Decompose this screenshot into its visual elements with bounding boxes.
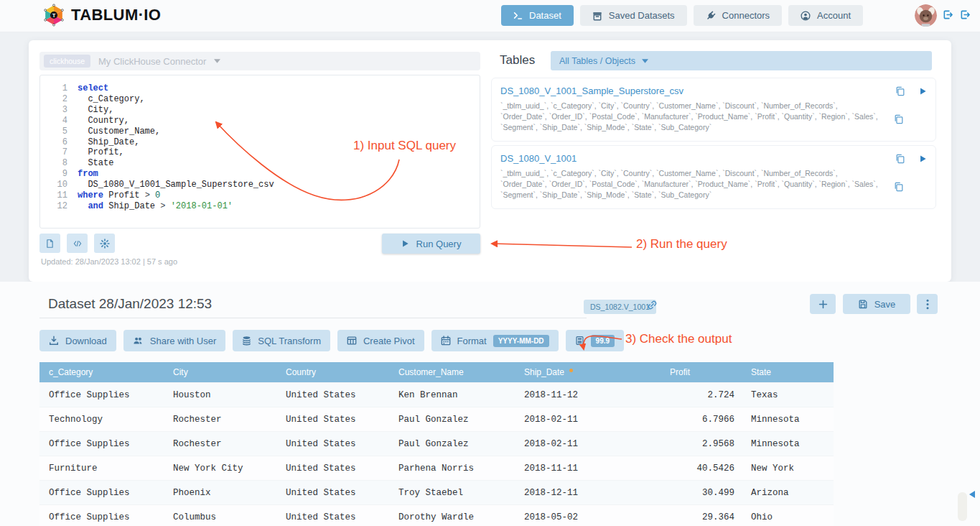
toolbar-create-pivot-button[interactable]: Create Pivot bbox=[337, 330, 424, 351]
table-cell: 2.724 bbox=[661, 383, 742, 407]
toolbar-number-format-button[interactable]: 99.9 bbox=[566, 330, 624, 351]
table-cell: Troy Staebel bbox=[389, 481, 515, 505]
dataset-title: Dataset 28/Jan/2023 12:53 bbox=[48, 296, 212, 312]
title-divider bbox=[39, 318, 587, 318]
table-cell: Office Supplies bbox=[39, 383, 164, 407]
brand-text: TABLUM·IO bbox=[71, 6, 161, 24]
account-icon bbox=[801, 11, 811, 21]
table-cell: 2018-05-02 bbox=[515, 505, 661, 526]
nav-items: DatasetSaved DatasetsConnectorsAccount bbox=[501, 5, 863, 26]
column-header-label: Country bbox=[286, 367, 316, 377]
copy-icon[interactable] bbox=[895, 154, 905, 164]
code-line: 9from bbox=[40, 169, 480, 180]
run-query-label: Run Query bbox=[416, 239, 462, 249]
table-cell: 40.5426 bbox=[661, 456, 742, 481]
code-format-button[interactable] bbox=[67, 234, 88, 253]
nav-item-label: Saved Datasets bbox=[609, 10, 675, 21]
new-document-button[interactable] bbox=[39, 234, 60, 253]
column-header-profit[interactable]: Profit bbox=[661, 362, 742, 383]
run-query-button[interactable]: Run Query bbox=[382, 234, 480, 254]
nav-item-connectors[interactable]: Connectors bbox=[694, 5, 782, 26]
table-cell: 2018-11-12 bbox=[515, 383, 661, 407]
connector-selector[interactable]: clickhouse My ClickHouse Connector bbox=[39, 52, 480, 70]
logout-icon[interactable] bbox=[943, 9, 953, 20]
toolbar-format-button[interactable]: FormatYYYY-MM-DD bbox=[431, 330, 559, 351]
add-dataset-button[interactable] bbox=[810, 294, 836, 314]
column-header-country[interactable]: Country bbox=[276, 362, 389, 383]
line-number: 1 bbox=[40, 83, 78, 94]
table-cell: United States bbox=[276, 383, 389, 407]
column-header-label: State bbox=[751, 367, 771, 377]
table-cell: Paul Gonzalez bbox=[389, 407, 515, 432]
nav-item-saved-datasets[interactable]: Saved Datasets bbox=[580, 5, 687, 26]
table-entry: DS_1080_V_1001_Sample_Superstore_csv`_tb… bbox=[491, 78, 936, 142]
code-text: select bbox=[78, 83, 108, 94]
column-header-label: Customer_Name bbox=[398, 367, 464, 377]
table-cell: New York City bbox=[164, 456, 276, 481]
line-number: 6 bbox=[40, 137, 78, 148]
table-name-link[interactable]: DS_1080_V_1001_Sample_Superstore_csv bbox=[500, 86, 683, 96]
toolbar-sql-transform-button[interactable]: SQL Transform bbox=[233, 330, 330, 351]
line-number: 4 bbox=[40, 116, 78, 126]
table-name-link[interactable]: DS_1080_V_1001 bbox=[500, 153, 577, 164]
table-row: TechnologyRochesterUnited StatesPaul Gon… bbox=[39, 407, 834, 432]
gear-icon bbox=[100, 239, 110, 249]
table-cell: 2018-11-11 bbox=[515, 456, 661, 481]
nav-item-account[interactable]: Account bbox=[788, 5, 863, 26]
table-row: Office SuppliesHoustonUnited StatesKen B… bbox=[39, 383, 834, 407]
calendar-icon bbox=[441, 336, 451, 346]
table-cell: Rochester bbox=[164, 432, 276, 456]
play-icon[interactable] bbox=[919, 87, 927, 96]
link-icon[interactable] bbox=[647, 300, 658, 310]
column-header-state[interactable]: State bbox=[742, 362, 834, 383]
dataset-id-badge: DS_1082.V_1001 bbox=[584, 300, 656, 314]
code-text: Profit, bbox=[78, 147, 124, 158]
column-header-label: City bbox=[173, 367, 188, 377]
table-cell: 6.7966 bbox=[661, 407, 742, 432]
code-line: 2 c_Category, bbox=[40, 94, 480, 105]
toolbar-download-button[interactable]: Download bbox=[39, 330, 116, 351]
table-cell: Technology bbox=[39, 407, 164, 432]
avatar[interactable] bbox=[915, 4, 937, 27]
settings-button[interactable] bbox=[94, 234, 115, 253]
table-cell: 2018-02-11 bbox=[515, 432, 661, 456]
column-header-city[interactable]: City bbox=[164, 362, 276, 383]
annotation-check-output: 3) Check the output bbox=[625, 332, 732, 346]
column-header-customer_name[interactable]: Customer_Name bbox=[389, 362, 515, 383]
brand[interactable]: T TABLUM·IO bbox=[42, 3, 161, 27]
sort-indicator-icon bbox=[569, 369, 573, 372]
nav-item-label: Account bbox=[817, 10, 851, 21]
nav-item-dataset[interactable]: Dataset bbox=[501, 5, 574, 26]
table-columns-block: `_tblm_uuid_`, `c_Category`, `City`, `Co… bbox=[500, 101, 927, 133]
table-columns-block: `_tblm_uuid_`, `c_Category`, `City`, `Co… bbox=[500, 168, 927, 200]
table-columns-list: `_tblm_uuid_`, `c_Category`, `City`, `Co… bbox=[500, 168, 885, 200]
tables-filter-dropdown[interactable]: All Tables / Objects bbox=[551, 51, 932, 70]
table-cell: 2018-02-11 bbox=[515, 407, 661, 432]
horizontal-scrollbar-thumb[interactable] bbox=[958, 492, 967, 521]
save-icon bbox=[858, 299, 868, 309]
save-button[interactable]: Save bbox=[843, 294, 910, 314]
line-number: 2 bbox=[40, 94, 78, 105]
toolbar-button-badge: YYYY-MM-DD bbox=[493, 335, 549, 347]
column-header-c_category[interactable]: c_Category bbox=[39, 362, 164, 383]
play-icon[interactable] bbox=[919, 154, 927, 163]
toolbar-button-label: Format bbox=[457, 336, 487, 346]
table-cell: Furniture bbox=[39, 456, 164, 481]
table-cell: Rochester bbox=[164, 407, 276, 432]
column-header-label: Ship_Date bbox=[524, 367, 564, 377]
toolbar-button-label: Create Pivot bbox=[363, 336, 415, 346]
tables-panel-title: Tables bbox=[500, 53, 535, 68]
toolbar-share-with-user-button[interactable]: Share with User bbox=[123, 330, 225, 351]
scroll-left-arrow-icon[interactable] bbox=[969, 491, 975, 498]
copy-icon[interactable] bbox=[895, 86, 905, 96]
more-options-button[interactable] bbox=[917, 294, 938, 314]
table-cell: United States bbox=[276, 432, 389, 456]
annotation-run-query: 2) Run the query bbox=[636, 237, 727, 252]
copy-icon[interactable] bbox=[894, 182, 904, 192]
archive-icon bbox=[592, 11, 602, 21]
save-label: Save bbox=[874, 299, 896, 310]
column-header-ship_date[interactable]: Ship_Date bbox=[515, 362, 661, 383]
copy-icon[interactable] bbox=[894, 114, 904, 124]
table-cell: Office Supplies bbox=[39, 432, 164, 456]
logout-alt-icon[interactable] bbox=[960, 9, 971, 20]
